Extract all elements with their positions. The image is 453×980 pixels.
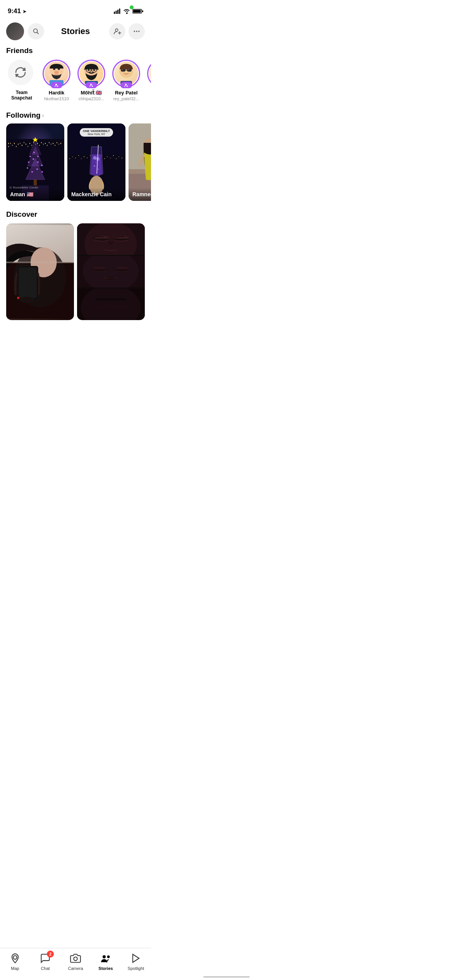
- svg-line-8: [37, 32, 38, 34]
- svg-point-92: [27, 167, 28, 169]
- discover-card-1[interactable]: [6, 223, 74, 320]
- friend-item-hardik[interactable]: Hardik hkothari1510: [41, 60, 72, 102]
- add-badge-mohit: [86, 82, 97, 88]
- svg-rect-114: [107, 156, 108, 157]
- add-badge-rey: [120, 82, 132, 88]
- svg-point-152: [17, 297, 19, 299]
- location-tag-mackenzie: ONE VANDERBILT New York, NY: [80, 128, 113, 137]
- svg-point-20: [55, 84, 57, 85]
- svg-rect-81: [60, 143, 61, 144]
- svg-point-160: [83, 256, 139, 288]
- green-dot: [130, 5, 134, 9]
- svg-rect-63: [26, 144, 26, 145]
- svg-rect-106: [84, 156, 84, 157]
- battery-icon: [132, 9, 143, 14]
- story-card-aman[interactable]: ⊙ Rockefeller Center Aman 🇺🇸: [6, 123, 64, 201]
- story-card-overlay-aman: Aman 🇺🇸: [6, 188, 64, 201]
- svg-rect-61: [22, 145, 22, 146]
- svg-rect-97: [34, 180, 37, 185]
- svg-rect-108: [90, 155, 91, 156]
- svg-point-88: [28, 161, 29, 163]
- svg-rect-77: [53, 143, 53, 144]
- search-button[interactable]: [28, 23, 44, 39]
- svg-point-91: [41, 164, 43, 166]
- svg-rect-103: [75, 158, 76, 158]
- svg-point-125: [96, 162, 96, 163]
- svg-rect-70: [39, 145, 40, 146]
- header: Stories: [0, 19, 151, 45]
- svg-rect-76: [51, 144, 51, 145]
- svg-rect-116: [113, 155, 114, 156]
- svg-rect-105: [81, 158, 82, 159]
- svg-point-165: [81, 288, 141, 320]
- svg-point-87: [37, 156, 39, 157]
- svg-rect-6: [142, 10, 143, 12]
- svg-rect-102: [72, 156, 73, 157]
- svg-rect-104: [78, 155, 79, 156]
- svg-rect-72: [43, 144, 44, 145]
- svg-point-90: [37, 161, 39, 163]
- svg-rect-64: [27, 146, 28, 147]
- svg-rect-69: [37, 143, 38, 144]
- friend-username-hardik: hkothari1510: [44, 96, 69, 101]
- svg-rect-78: [55, 145, 55, 146]
- svg-point-14: [138, 31, 139, 32]
- story-card-overlay-ramneek: Ramneek Kaur: [129, 188, 151, 201]
- wifi-icon: [123, 9, 130, 14]
- svg-point-89: [33, 158, 34, 160]
- status-time: 9:41: [8, 7, 21, 15]
- add-friend-button[interactable]: [109, 23, 125, 39]
- svg-rect-66: [31, 145, 32, 146]
- svg-point-9: [115, 29, 118, 31]
- svg-rect-117: [116, 158, 117, 159]
- svg-point-94: [36, 168, 38, 170]
- story-card-ramneek[interactable]: Ramneek Kaur: [129, 123, 151, 201]
- svg-point-86: [33, 152, 35, 153]
- story-card-mackenzie[interactable]: ONE VANDERBILT New York, NY Mackenzie Ca…: [67, 123, 125, 201]
- svg-rect-115: [110, 158, 111, 158]
- svg-rect-151: [19, 267, 37, 298]
- svg-point-153: [19, 297, 34, 303]
- svg-rect-56: [12, 145, 13, 146]
- discover-grid: [0, 223, 151, 359]
- svg-rect-57: [14, 143, 15, 144]
- following-arrow-icon[interactable]: ›: [42, 112, 44, 118]
- svg-rect-54: [10, 143, 11, 144]
- discover-section-label: Discover: [0, 207, 151, 223]
- friend-avatar-wrap-team-snapchat: [8, 60, 36, 87]
- page-title: Stories: [61, 26, 90, 36]
- following-header: Following ›: [0, 108, 151, 123]
- discover-card-2[interactable]: [77, 223, 145, 320]
- svg-rect-73: [45, 143, 46, 144]
- story-card-name-aman: Aman 🇺🇸: [10, 191, 33, 197]
- status-bar: 9:41 ➤: [0, 0, 151, 19]
- friend-username-mohit: chhipa2310...: [79, 96, 104, 101]
- svg-rect-2: [117, 10, 118, 14]
- status-icons: [114, 9, 143, 14]
- friend-item-rey-patel[interactable]: Rey Patel rey_patel32...: [111, 60, 142, 102]
- svg-rect-58: [16, 146, 17, 147]
- profile-avatar[interactable]: [6, 22, 24, 40]
- friend-username-rey: rey_patel32...: [113, 96, 139, 101]
- svg-rect-62: [24, 142, 24, 143]
- header-right: [109, 23, 145, 39]
- svg-rect-113: [104, 158, 105, 159]
- signal-icon: [114, 9, 121, 14]
- svg-rect-107: [87, 158, 88, 158]
- friend-item-a[interactable]: A... a-l...: [146, 60, 151, 102]
- svg-point-29: [88, 69, 90, 71]
- svg-point-18: [54, 71, 59, 74]
- svg-point-13: [136, 31, 137, 32]
- svg-rect-75: [49, 142, 50, 143]
- more-options-button[interactable]: [129, 23, 145, 39]
- story-card-name-mackenzie: Mackenzie Cain: [71, 191, 112, 197]
- friend-name-rey: Rey Patel: [115, 90, 138, 96]
- svg-rect-119: [122, 158, 122, 158]
- team-snapchat-avatar: [8, 60, 33, 85]
- friend-item-mohit[interactable]: Mőhïẗ 🇬🇧 chhipa2310...: [76, 60, 107, 102]
- friend-item-team-snapchat[interactable]: TeamSnapchat: [6, 60, 37, 102]
- story-card-name-ramneek: Ramneek Kaur: [132, 191, 151, 197]
- svg-point-95: [41, 171, 43, 173]
- svg-point-42: [125, 84, 127, 85]
- friend-name-mohit: Mőhïẗ 🇬🇧: [81, 90, 102, 96]
